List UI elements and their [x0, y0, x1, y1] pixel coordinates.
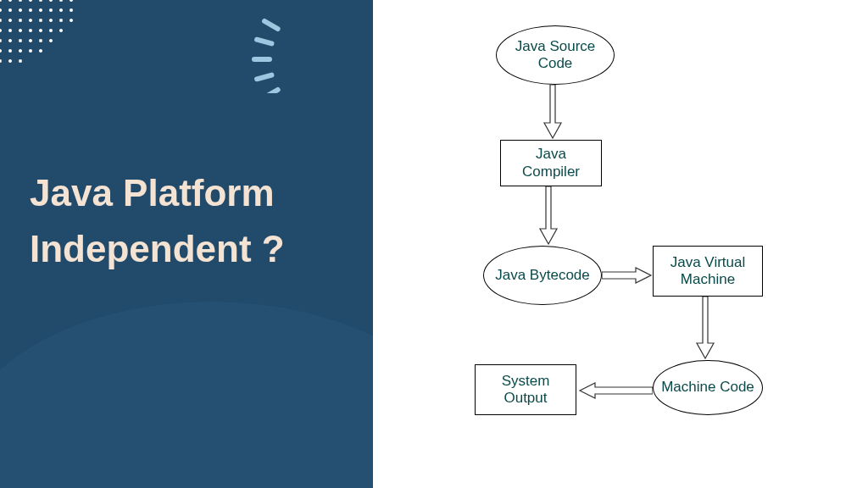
svg-point-6 — [59, 0, 63, 2]
svg-point-18 — [19, 19, 22, 22]
svg-point-22 — [59, 19, 63, 22]
arrow-jvm-to-machine — [695, 297, 715, 360]
svg-point-37 — [0, 49, 2, 53]
arrow-bytecode-to-jvm — [602, 266, 653, 285]
svg-line-47 — [264, 21, 278, 29]
svg-line-49 — [264, 90, 278, 93]
svg-point-24 — [0, 29, 2, 32]
svg-point-41 — [39, 49, 42, 53]
title-panel: Java Platform Independent ? — [0, 0, 373, 488]
svg-point-39 — [19, 49, 22, 53]
svg-point-8 — [0, 8, 2, 12]
svg-point-33 — [19, 39, 22, 42]
svg-point-3 — [29, 0, 32, 2]
svg-point-7 — [70, 0, 73, 2]
node-system-output: System Output — [475, 364, 576, 415]
dot-grid-decoration — [0, 0, 93, 76]
node-jvm: Java Virtual Machine — [653, 246, 763, 297]
svg-point-2 — [19, 0, 22, 2]
svg-point-34 — [29, 39, 32, 42]
svg-point-9 — [8, 8, 12, 12]
arrow-compiler-to-bytecode — [538, 186, 559, 246]
svg-point-36 — [49, 39, 53, 42]
svg-point-40 — [29, 49, 32, 53]
arrow-machine-to-output — [576, 381, 653, 400]
svg-point-32 — [8, 39, 12, 42]
svg-line-48 — [257, 75, 271, 80]
svg-point-14 — [59, 8, 63, 12]
svg-point-31 — [0, 39, 2, 42]
svg-point-4 — [39, 0, 42, 2]
svg-line-46 — [257, 40, 271, 44]
svg-point-42 — [0, 59, 2, 63]
node-java-bytecode: Java Bytecode — [483, 246, 602, 305]
node-java-source: Java Source Code — [496, 25, 615, 85]
svg-point-5 — [49, 0, 53, 2]
svg-point-29 — [49, 29, 53, 32]
node-machine-code: Machine Code — [653, 360, 763, 415]
svg-point-43 — [8, 59, 12, 63]
svg-point-30 — [59, 29, 63, 32]
svg-point-10 — [19, 8, 22, 12]
svg-point-21 — [49, 19, 53, 22]
svg-point-25 — [8, 29, 12, 32]
svg-point-20 — [39, 19, 42, 22]
svg-point-23 — [70, 19, 73, 22]
svg-point-16 — [0, 19, 2, 22]
slide-title: Java Platform Independent ? — [30, 165, 373, 277]
svg-point-26 — [19, 29, 22, 32]
svg-point-27 — [29, 29, 32, 32]
svg-point-44 — [19, 59, 22, 63]
svg-point-15 — [70, 8, 73, 12]
svg-point-35 — [39, 39, 42, 42]
svg-point-13 — [49, 8, 53, 12]
svg-point-0 — [0, 0, 2, 2]
wave-decoration — [0, 302, 373, 488]
arc-dashes-decoration — [246, 8, 373, 93]
svg-point-12 — [39, 8, 42, 12]
node-java-compiler: Java Compiler — [500, 140, 602, 186]
diagram-panel: Java Source Code Java Compiler Java Byte… — [373, 0, 868, 488]
arrow-source-to-compiler — [542, 85, 563, 140]
svg-point-28 — [39, 29, 42, 32]
svg-point-19 — [29, 19, 32, 22]
svg-point-11 — [29, 8, 32, 12]
svg-point-17 — [8, 19, 12, 22]
svg-point-38 — [8, 49, 12, 53]
svg-point-1 — [8, 0, 12, 2]
